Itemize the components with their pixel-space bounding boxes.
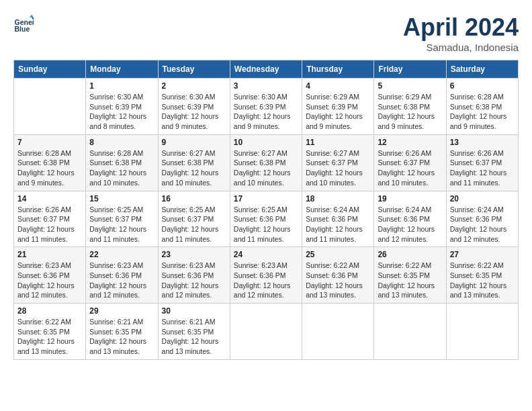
week-row-3: 14Sunrise: 6:26 AMSunset: 6:37 PMDayligh… (14, 191, 519, 247)
day-info: Sunrise: 6:23 AMSunset: 6:36 PMDaylight:… (234, 261, 298, 300)
day-info: Sunrise: 6:22 AMSunset: 6:35 PMDaylight:… (17, 317, 82, 357)
calendar-cell: 9Sunrise: 6:27 AMSunset: 6:38 PMDaylight… (158, 134, 230, 191)
calendar-body: 1Sunrise: 6:30 AMSunset: 6:39 PMDaylight… (14, 79, 519, 360)
week-row-5: 28Sunrise: 6:22 AMSunset: 6:35 PMDayligh… (14, 304, 519, 360)
svg-marker-2 (30, 15, 34, 18)
day-info: Sunrise: 6:25 AMSunset: 6:36 PMDaylight:… (234, 205, 298, 244)
week-row-2: 7Sunrise: 6:28 AMSunset: 6:38 PMDaylight… (14, 134, 519, 191)
calendar-cell (230, 304, 302, 360)
weekday-header-friday: Friday (374, 60, 446, 79)
day-info: Sunrise: 6:29 AMSunset: 6:39 PMDaylight:… (306, 92, 370, 132)
day-info: Sunrise: 6:26 AMSunset: 6:37 PMDaylight:… (378, 148, 442, 188)
location-subtitle: Samadua, Indonesia (403, 42, 519, 53)
day-number: 15 (89, 194, 154, 203)
weekday-header-tuesday: Tuesday (158, 60, 230, 79)
day-number: 18 (306, 194, 370, 203)
day-number: 5 (378, 81, 442, 91)
calendar-cell: 17Sunrise: 6:25 AMSunset: 6:36 PMDayligh… (230, 191, 302, 247)
day-number: 17 (234, 194, 298, 203)
month-title: April 2024 (403, 13, 519, 42)
day-number: 22 (89, 250, 154, 259)
day-number: 4 (306, 81, 370, 91)
title-block: April 2024 Samadua, Indonesia (403, 13, 519, 53)
day-number: 16 (162, 194, 226, 203)
calendar-cell: 29Sunrise: 6:21 AMSunset: 6:35 PMDayligh… (86, 304, 158, 360)
calendar-cell: 4Sunrise: 6:29 AMSunset: 6:39 PMDaylight… (302, 79, 374, 135)
calendar-cell: 20Sunrise: 6:24 AMSunset: 6:36 PMDayligh… (446, 191, 518, 247)
day-info: Sunrise: 6:22 AMSunset: 6:35 PMDaylight:… (450, 261, 515, 300)
calendar-cell: 13Sunrise: 6:26 AMSunset: 6:37 PMDayligh… (446, 134, 518, 191)
calendar-cell: 23Sunrise: 6:23 AMSunset: 6:36 PMDayligh… (158, 247, 230, 304)
logo-icon: General Blue (13, 13, 34, 34)
day-number: 13 (450, 138, 515, 147)
day-number: 21 (17, 250, 82, 259)
day-number: 26 (378, 250, 442, 259)
calendar-cell (14, 79, 86, 135)
day-number: 29 (89, 306, 154, 316)
day-number: 9 (162, 138, 226, 147)
week-row-4: 21Sunrise: 6:23 AMSunset: 6:36 PMDayligh… (14, 247, 519, 304)
day-info: Sunrise: 6:27 AMSunset: 6:38 PMDaylight:… (234, 148, 298, 188)
calendar-cell: 19Sunrise: 6:24 AMSunset: 6:36 PMDayligh… (374, 191, 446, 247)
calendar-cell: 7Sunrise: 6:28 AMSunset: 6:38 PMDaylight… (14, 134, 86, 191)
day-info: Sunrise: 6:30 AMSunset: 6:39 PMDaylight:… (162, 92, 226, 132)
day-info: Sunrise: 6:23 AMSunset: 6:36 PMDaylight:… (162, 261, 226, 300)
day-info: Sunrise: 6:30 AMSunset: 6:39 PMDaylight:… (89, 92, 154, 132)
day-info: Sunrise: 6:24 AMSunset: 6:36 PMDaylight:… (450, 205, 515, 244)
calendar-cell (374, 304, 446, 360)
day-number: 25 (306, 250, 370, 259)
day-info: Sunrise: 6:28 AMSunset: 6:38 PMDaylight:… (17, 148, 82, 188)
day-number: 28 (17, 306, 82, 316)
logo: General Blue (13, 13, 34, 34)
calendar-cell: 10Sunrise: 6:27 AMSunset: 6:38 PMDayligh… (230, 134, 302, 191)
calendar-cell (302, 304, 374, 360)
day-info: Sunrise: 6:24 AMSunset: 6:36 PMDaylight:… (378, 205, 442, 244)
weekday-header-saturday: Saturday (446, 60, 518, 79)
day-number: 23 (162, 250, 226, 259)
day-number: 8 (89, 138, 154, 147)
day-info: Sunrise: 6:23 AMSunset: 6:36 PMDaylight:… (89, 261, 154, 300)
day-info: Sunrise: 6:28 AMSunset: 6:38 PMDaylight:… (450, 92, 515, 132)
calendar-cell: 12Sunrise: 6:26 AMSunset: 6:37 PMDayligh… (374, 134, 446, 191)
day-number: 11 (306, 138, 370, 147)
calendar-cell: 3Sunrise: 6:30 AMSunset: 6:39 PMDaylight… (230, 79, 302, 135)
day-number: 7 (17, 138, 82, 147)
page-header: General Blue April 2024 Samadua, Indones… (13, 13, 519, 53)
day-number: 2 (162, 81, 226, 91)
calendar-header: SundayMondayTuesdayWednesdayThursdayFrid… (14, 60, 519, 79)
day-number: 24 (234, 250, 298, 259)
calendar-table: SundayMondayTuesdayWednesdayThursdayFrid… (13, 60, 519, 360)
calendar-cell: 2Sunrise: 6:30 AMSunset: 6:39 PMDaylight… (158, 79, 230, 135)
calendar-cell: 25Sunrise: 6:22 AMSunset: 6:36 PMDayligh… (302, 247, 374, 304)
day-number: 19 (378, 194, 442, 203)
day-number: 10 (234, 138, 298, 147)
day-info: Sunrise: 6:22 AMSunset: 6:36 PMDaylight:… (306, 261, 370, 300)
weekday-header-thursday: Thursday (302, 60, 374, 79)
day-info: Sunrise: 6:22 AMSunset: 6:35 PMDaylight:… (378, 261, 442, 300)
calendar-cell: 11Sunrise: 6:27 AMSunset: 6:37 PMDayligh… (302, 134, 374, 191)
day-number: 6 (450, 81, 515, 91)
calendar-cell: 24Sunrise: 6:23 AMSunset: 6:36 PMDayligh… (230, 247, 302, 304)
calendar-cell: 26Sunrise: 6:22 AMSunset: 6:35 PMDayligh… (374, 247, 446, 304)
day-info: Sunrise: 6:29 AMSunset: 6:38 PMDaylight:… (378, 92, 442, 132)
week-row-1: 1Sunrise: 6:30 AMSunset: 6:39 PMDaylight… (14, 79, 519, 135)
day-info: Sunrise: 6:28 AMSunset: 6:38 PMDaylight:… (89, 148, 154, 188)
day-info: Sunrise: 6:26 AMSunset: 6:37 PMDaylight:… (17, 205, 82, 244)
day-info: Sunrise: 6:26 AMSunset: 6:37 PMDaylight:… (450, 148, 515, 188)
calendar-cell: 5Sunrise: 6:29 AMSunset: 6:38 PMDaylight… (374, 79, 446, 135)
day-info: Sunrise: 6:25 AMSunset: 6:37 PMDaylight:… (89, 205, 154, 244)
calendar-cell: 8Sunrise: 6:28 AMSunset: 6:38 PMDaylight… (86, 134, 158, 191)
header-row: SundayMondayTuesdayWednesdayThursdayFrid… (14, 60, 519, 79)
day-info: Sunrise: 6:25 AMSunset: 6:37 PMDaylight:… (162, 205, 226, 244)
calendar-cell: 22Sunrise: 6:23 AMSunset: 6:36 PMDayligh… (86, 247, 158, 304)
calendar-cell: 28Sunrise: 6:22 AMSunset: 6:35 PMDayligh… (14, 304, 86, 360)
calendar-cell: 6Sunrise: 6:28 AMSunset: 6:38 PMDaylight… (446, 79, 518, 135)
calendar-cell: 15Sunrise: 6:25 AMSunset: 6:37 PMDayligh… (86, 191, 158, 247)
day-info: Sunrise: 6:27 AMSunset: 6:37 PMDaylight:… (306, 148, 370, 188)
calendar-cell: 18Sunrise: 6:24 AMSunset: 6:36 PMDayligh… (302, 191, 374, 247)
weekday-header-monday: Monday (86, 60, 158, 79)
day-info: Sunrise: 6:23 AMSunset: 6:36 PMDaylight:… (17, 261, 82, 300)
day-info: Sunrise: 6:21 AMSunset: 6:35 PMDaylight:… (89, 317, 154, 357)
calendar-cell: 27Sunrise: 6:22 AMSunset: 6:35 PMDayligh… (446, 247, 518, 304)
day-number: 14 (17, 194, 82, 203)
